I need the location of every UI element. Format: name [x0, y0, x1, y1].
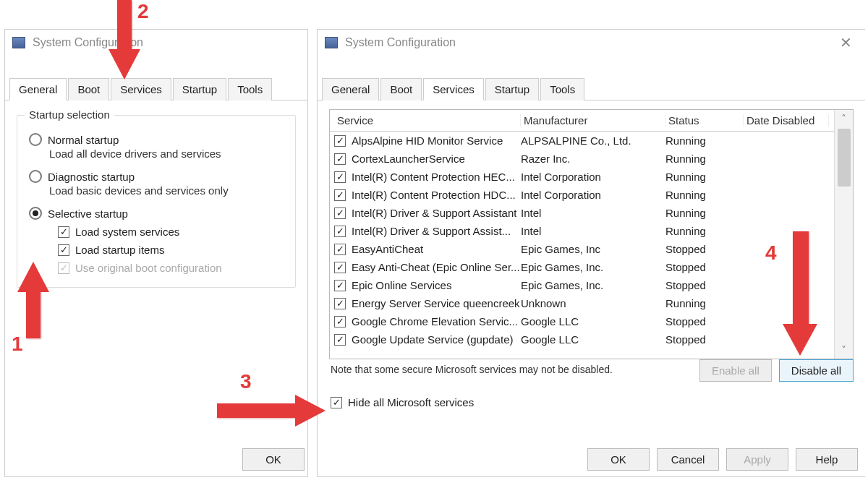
service-name: Easy Anti-Cheat (Epic Online Ser...: [352, 261, 520, 273]
service-status: Running: [665, 297, 744, 309]
scroll-up-icon[interactable]: ˄: [835, 110, 853, 127]
tab-startup[interactable]: Startup: [173, 78, 226, 100]
services-header-row[interactable]: Service Manufacturer Status Date Disable…: [330, 110, 834, 132]
checkbox-icon: [58, 226, 69, 238]
service-row[interactable]: Energy Server Service queencreekUnknownR…: [330, 294, 834, 312]
service-status: Running: [665, 189, 744, 201]
tab-boot[interactable]: Boot: [380, 78, 422, 100]
service-name: Intel(R) Driver & Support Assistant: [352, 207, 516, 219]
service-manufacturer: Google LLC: [521, 333, 665, 346]
tab-services[interactable]: Services: [111, 78, 171, 100]
col-service[interactable]: Service: [334, 114, 521, 127]
service-row[interactable]: Epic Online ServicesEpic Games, Inc.Stop…: [330, 276, 834, 294]
tabs-left: General Boot Services Startup Tools: [5, 77, 307, 100]
check-load-startup-items[interactable]: Load startup items: [58, 244, 284, 256]
checkbox-icon[interactable]: [334, 207, 346, 219]
tab-tools[interactable]: Tools: [228, 78, 272, 100]
service-manufacturer: Intel Corporation: [521, 189, 665, 201]
apply-button[interactable]: Apply: [726, 448, 788, 471]
radio-label: Normal startup: [48, 134, 119, 146]
col-date-disabled[interactable]: Date Disabled: [744, 114, 829, 127]
col-manufacturer[interactable]: Manufacturer: [521, 114, 665, 127]
checkbox-icon: [331, 397, 342, 408]
service-manufacturer: Intel: [521, 207, 665, 219]
titlebar-left[interactable]: System Configuration: [5, 30, 307, 56]
scroll-down-icon[interactable]: ˅: [835, 341, 853, 359]
service-name: Energy Server Service queencreek: [352, 297, 520, 309]
close-icon[interactable]: ✕: [834, 33, 858, 53]
radio-desc-diagnostic: Load basic devices and services only: [49, 184, 284, 197]
service-row[interactable]: Easy Anti-Cheat (Epic Online Ser...Epic …: [330, 258, 834, 276]
enable-all-button[interactable]: Enable all: [699, 359, 772, 382]
services-scroll-area: Service Manufacturer Status Date Disable…: [330, 110, 834, 359]
tab-startup[interactable]: Startup: [485, 78, 539, 100]
checkbox-icon[interactable]: [334, 226, 346, 237]
service-manufacturer: ALPSALPINE Co., Ltd.: [521, 134, 665, 147]
radio-normal-startup[interactable]: Normal startup: [29, 133, 284, 146]
ok-button[interactable]: OK: [587, 448, 650, 471]
radio-label: Diagnostic startup: [48, 171, 135, 183]
check-load-system-services[interactable]: Load system services: [58, 226, 284, 238]
checkbox-icon[interactable]: [334, 280, 346, 291]
checkbox-icon[interactable]: [334, 316, 346, 328]
radio-selective-startup[interactable]: Selective startup: [29, 207, 284, 220]
titlebar-right[interactable]: System Configuration ✕: [318, 30, 865, 56]
radio-desc-normal: Load all device drivers and services: [49, 147, 284, 160]
disable-all-button[interactable]: Disable all: [779, 359, 854, 382]
service-name: Intel(R) Content Protection HEC...: [352, 171, 515, 183]
services-pane: Service Manufacturer Status Date Disable…: [318, 100, 865, 417]
checkbox-icon[interactable]: [334, 334, 346, 346]
service-name: CortexLauncherService: [352, 153, 465, 165]
service-row[interactable]: CortexLauncherServiceRazer Inc.Running: [330, 150, 834, 168]
service-name: Epic Online Services: [352, 279, 451, 291]
tab-boot[interactable]: Boot: [68, 78, 109, 100]
service-row[interactable]: Intel(R) Content Protection HDC...Intel …: [330, 186, 834, 204]
general-pane: Startup selection Normal startup Load al…: [5, 100, 307, 296]
service-row[interactable]: AlpsAlpine HID Monitor ServiceALPSALPINE…: [330, 132, 834, 150]
service-manufacturer: Epic Games, Inc.: [521, 279, 665, 291]
help-button[interactable]: Help: [796, 448, 858, 471]
service-status: Running: [665, 207, 744, 219]
tab-general[interactable]: General: [9, 78, 67, 100]
checkbox-icon[interactable]: [334, 298, 346, 309]
startup-selection-group: Startup selection Normal startup Load al…: [17, 115, 296, 288]
col-status[interactable]: Status: [665, 114, 744, 127]
checkbox-icon[interactable]: [334, 189, 346, 201]
service-manufacturer: Unknown: [521, 297, 665, 309]
tab-tools[interactable]: Tools: [540, 78, 584, 100]
checkbox-icon[interactable]: [334, 244, 346, 255]
tab-services[interactable]: Services: [423, 78, 484, 100]
checkbox-icon: [58, 262, 69, 274]
service-name: Google Update Service (gupdate): [352, 333, 513, 346]
app-icon: [325, 37, 338, 48]
service-name: EasyAntiCheat: [352, 243, 423, 255]
tab-general[interactable]: General: [322, 78, 379, 100]
hide-microsoft-checkbox[interactable]: Hide all Microsoft services: [331, 396, 852, 408]
window-title: System Configuration: [345, 36, 456, 49]
checkbox-icon[interactable]: [334, 171, 346, 183]
checkbox-icon[interactable]: [334, 153, 346, 165]
service-row[interactable]: Intel(R) Driver & Support AssistantIntel…: [330, 204, 834, 222]
check-use-original-boot: Use original boot configuration: [58, 262, 284, 274]
service-row[interactable]: Intel(R) Content Protection HEC...Intel …: [330, 168, 834, 186]
service-row[interactable]: Google Update Service (gupdate)Google LL…: [330, 330, 834, 348]
radio-label: Selective startup: [48, 207, 128, 220]
service-row[interactable]: Google Chrome Elevation Servic...Google …: [330, 312, 834, 330]
scrollbar[interactable]: ˄ ˅: [834, 110, 853, 359]
ok-button[interactable]: OK: [242, 448, 305, 471]
hide-ms-label: Hide all Microsoft services: [348, 396, 474, 408]
service-status: Stopped: [665, 243, 744, 255]
service-status: Running: [665, 225, 744, 237]
scroll-thumb[interactable]: [838, 129, 851, 187]
radio-diagnostic-startup[interactable]: Diagnostic startup: [29, 170, 284, 183]
checkbox-icon[interactable]: [334, 262, 346, 273]
service-status: Running: [665, 171, 744, 183]
checkbox-icon[interactable]: [334, 135, 346, 147]
service-row[interactable]: EasyAntiCheatEpic Games, IncStopped: [330, 240, 834, 258]
service-manufacturer: Intel Corporation: [521, 171, 665, 183]
radio-icon: [29, 207, 42, 220]
service-status: Running: [665, 153, 744, 165]
service-row[interactable]: Intel(R) Driver & Support Assist...Intel…: [330, 222, 834, 240]
cancel-button[interactable]: Cancel: [657, 448, 719, 471]
check-label: Load system services: [75, 226, 179, 238]
